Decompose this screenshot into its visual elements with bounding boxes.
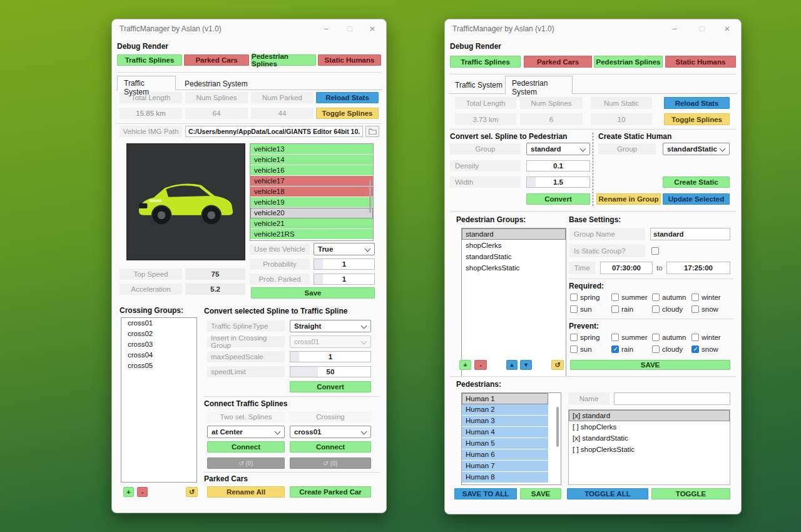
save-vehicle-button[interactable]: Save: [251, 287, 375, 299]
required-summer[interactable]: summer: [611, 294, 652, 301]
checkbox-icon[interactable]: [570, 294, 578, 301]
time-from-field[interactable]: 07:30:00: [600, 262, 653, 274]
rename-in-group-button[interactable]: Rename in Group: [596, 193, 661, 205]
undo-group-button[interactable]: ↺: [551, 360, 564, 370]
close-button[interactable]: ×: [721, 24, 733, 34]
tab-pedestrian-system[interactable]: Pedestrian System: [505, 76, 573, 94]
debug-pedestrian-splines-button[interactable]: Pedestrian Splines: [251, 54, 316, 66]
browse-folder-button[interactable]: [365, 126, 379, 137]
vehicle-list-scrollbar[interactable]: [369, 180, 371, 213]
vehicle-list-item[interactable]: vehicle21RS: [250, 229, 373, 240]
create-static-button[interactable]: Create Static: [663, 176, 730, 188]
group-list-item[interactable]: shopClerks: [462, 240, 566, 251]
save-pedestrian-button[interactable]: SAVE: [520, 488, 561, 499]
required-sun[interactable]: sun: [570, 305, 611, 313]
vehicle-list-item[interactable]: vehicle14: [250, 155, 373, 165]
prevent-rain[interactable]: rain: [611, 345, 652, 353]
spline-type-select[interactable]: Straight: [290, 320, 371, 332]
toggle-splines-button[interactable]: Toggle Splines: [664, 113, 730, 125]
debug-pedestrian-splines-button[interactable]: Pedestrian Splines: [594, 56, 663, 68]
prevent-sun[interactable]: sun: [570, 345, 611, 353]
checkbox-icon[interactable]: [611, 294, 619, 301]
vehicle-img-path-input[interactable]: [185, 126, 363, 137]
tab-traffic-system[interactable]: Traffic System: [449, 78, 509, 92]
assign-item[interactable]: [ ] shopClerks: [569, 421, 730, 432]
crossing-group-item[interactable]: cross03: [121, 339, 196, 350]
required-spring[interactable]: spring: [570, 294, 611, 301]
checkbox-icon[interactable]: [691, 334, 699, 341]
vehicle-list-item[interactable]: vehicle17: [250, 176, 373, 187]
debug-static-humans-button[interactable]: Static Humans: [665, 56, 736, 68]
pedestrian-item[interactable]: Human 7: [462, 461, 548, 472]
debug-parked-cars-button[interactable]: Parked Cars: [524, 56, 592, 68]
vehicle-list-item-selected[interactable]: vehicle20: [250, 208, 373, 218]
required-winter[interactable]: winter: [691, 294, 729, 301]
minimize-button[interactable]: –: [668, 24, 681, 34]
convert-traffic-button[interactable]: Convert: [290, 381, 371, 392]
pedestrians-list-scrollbar[interactable]: [556, 407, 559, 447]
vehicle-list[interactable]: vehicle13 vehicle14 vehicle16 vehicle17 …: [250, 143, 374, 241]
pedestrian-item[interactable]: Human 3: [462, 416, 548, 427]
checkbox-icon[interactable]: [652, 305, 660, 313]
prob-parked-field[interactable]: 1: [314, 274, 375, 285]
pedestrian-name-input[interactable]: [614, 392, 730, 405]
undo-crossing-group-button[interactable]: ↺: [186, 487, 198, 497]
crossing-group-item[interactable]: cross04: [121, 350, 196, 361]
prevent-summer[interactable]: summer: [611, 334, 652, 341]
add-group-button[interactable]: +: [459, 360, 471, 370]
pedestrian-group-select[interactable]: standard: [526, 143, 590, 155]
save-to-all-button[interactable]: SAVE TO ALL: [454, 488, 517, 499]
crossing-group-item[interactable]: cross01: [121, 318, 196, 329]
remove-group-button[interactable]: -: [474, 360, 487, 370]
checkbox-icon[interactable]: [611, 334, 619, 341]
required-cloudy[interactable]: cloudy: [652, 305, 691, 313]
group-name-input[interactable]: [650, 228, 730, 240]
assign-item[interactable]: [x] standardStatic: [569, 432, 730, 444]
probability-field[interactable]: 1: [314, 258, 375, 270]
pedestrian-item[interactable]: Human 2: [462, 404, 548, 416]
use-this-vehicle-select[interactable]: True: [314, 243, 375, 255]
group-list-item[interactable]: shopClerksStatic: [462, 262, 566, 274]
save-group-button[interactable]: SAVE: [570, 360, 730, 370]
pedestrian-item[interactable]: Human 4: [462, 427, 548, 438]
toggle-splines-button[interactable]: Toggle Splines: [316, 108, 379, 119]
checkbox-icon[interactable]: [691, 294, 699, 301]
crossing-group-item[interactable]: cross02: [121, 329, 196, 339]
pedestrian-item[interactable]: Human 6: [462, 449, 548, 461]
remove-crossing-group-button[interactable]: -: [137, 487, 148, 497]
close-button[interactable]: ×: [366, 24, 379, 34]
pedestrian-item[interactable]: Human 5: [462, 438, 548, 449]
update-selected-button[interactable]: Update Selected: [663, 193, 730, 205]
debug-traffic-splines-button[interactable]: Traffic Splines: [117, 54, 182, 66]
checkbox-icon[interactable]: [570, 345, 578, 353]
rename-all-button[interactable]: Rename All: [207, 486, 285, 498]
group-list-item[interactable]: standardStatic: [462, 251, 566, 262]
checkbox-checked-icon[interactable]: [611, 345, 619, 353]
assign-item-selected[interactable]: [x] standard: [569, 410, 730, 421]
vehicle-list-item[interactable]: vehicle21: [250, 218, 373, 229]
required-autumn[interactable]: autumn: [652, 294, 691, 301]
maximize-button[interactable]: □: [344, 24, 356, 34]
convert-pedestrian-button[interactable]: Convert: [526, 193, 590, 205]
move-group-up-button[interactable]: ▲: [506, 360, 518, 370]
is-static-group-checkbox[interactable]: [651, 247, 659, 255]
debug-static-humans-button[interactable]: Static Humans: [318, 54, 381, 66]
prevent-cloudy[interactable]: cloudy: [652, 345, 691, 353]
connect-mode-select[interactable]: at Center: [207, 426, 285, 438]
static-group-select[interactable]: standardStatic: [663, 143, 730, 155]
debug-traffic-splines-button[interactable]: Traffic Splines: [450, 56, 521, 68]
checkbox-icon[interactable]: [652, 345, 660, 353]
add-crossing-group-button[interactable]: +: [123, 487, 134, 497]
checkbox-icon[interactable]: [570, 305, 578, 313]
toggle-all-button[interactable]: TOGGLE ALL: [567, 488, 648, 499]
pedestrian-group-assign-list[interactable]: [x] standard [ ] shopClerks [x] standard…: [568, 409, 730, 485]
minimize-button[interactable]: –: [320, 24, 332, 34]
required-rain[interactable]: rain: [611, 305, 652, 313]
assign-item[interactable]: [ ] shopClerksStatic: [569, 444, 730, 455]
tab-pedestrian-system[interactable]: Pedestrian System: [178, 77, 254, 91]
reload-stats-button[interactable]: Reload Stats: [664, 97, 730, 109]
pedestrians-list[interactable]: Human 1 Human 2 Human 3 Human 4 Human 5 …: [461, 392, 561, 485]
checkbox-icon[interactable]: [652, 294, 660, 301]
checkbox-checked-icon[interactable]: [691, 345, 699, 353]
create-parked-car-button[interactable]: Create Parked Car: [290, 486, 371, 498]
